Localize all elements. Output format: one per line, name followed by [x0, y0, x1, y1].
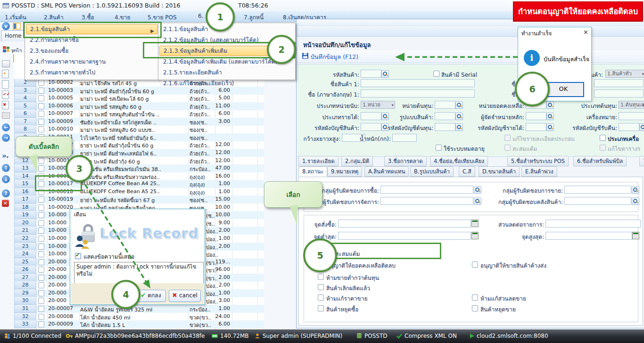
row-checkbox[interactable] [38, 204, 44, 211]
form-checkbox[interactable] [504, 145, 511, 151]
field-input[interactable] [361, 79, 475, 87]
field-input[interactable] [594, 79, 644, 87]
form-checkbox[interactable] [504, 135, 511, 141]
tab-8.สถานะ[interactable]: 8.สถานะ [298, 166, 327, 177]
tab-C.สี[interactable]: C.สี [459, 166, 475, 177]
status-checkbox[interactable] [318, 284, 324, 290]
tab-B.รูปแบบสินค้า[interactable]: B.รูปแบบสินค้า [410, 166, 454, 177]
field-input[interactable] [594, 90, 644, 98]
field-input[interactable] [545, 220, 641, 228]
row-checkbox[interactable] [38, 88, 44, 94]
select-records-icon[interactable]: ✔✔ [2, 90, 11, 100]
menubar-item-4[interactable]: 4.ขาย [115, 13, 130, 22]
tab-home[interactable]: Home [1, 30, 25, 41]
field-input[interactable] [392, 134, 417, 142]
row-checkbox[interactable] [38, 275, 44, 281]
search-icon[interactable] [639, 123, 644, 131]
detail-view-icon[interactable] [2, 112, 11, 122]
form-checkbox[interactable] [600, 145, 606, 151]
status-checkbox[interactable] [472, 261, 478, 268]
move-up-icon[interactable]: ↑ [2, 164, 11, 173]
next-icon[interactable]: → [2, 134, 11, 143]
form-checkbox[interactable] [433, 71, 439, 77]
row-checkbox[interactable] [38, 236, 44, 242]
search-icon[interactable] [632, 186, 639, 194]
tab-7.คลัง,พื้นที่เก็บประจำ[interactable]: 7.คลัง,พื้นที่เก็บประจำ [639, 156, 644, 166]
row-checkbox[interactable] [38, 321, 44, 327]
new-record-icon[interactable]: ✶ [2, 70, 11, 79]
row-checkbox[interactable] [38, 95, 44, 101]
field-dropdown[interactable]: 1.สินค้าทั่ว▾ [605, 70, 644, 78]
status-checkbox[interactable] [472, 305, 478, 311]
menu-item-2-1-6[interactable]: 2.1.6.แก้ไขรายละเอียด(เร็ว) [159, 78, 294, 89]
form-checkbox[interactable] [600, 135, 606, 141]
status-checkbox[interactable] [318, 294, 324, 301]
row-checkbox[interactable] [38, 267, 44, 273]
row-checkbox[interactable] [38, 103, 44, 109]
table-row[interactable]: 510-00006มาม่า บะหมี่ รสหมูสับ 60 gถ้วย(… [14, 102, 264, 110]
menubar-item-6[interactable]: 6. [198, 13, 203, 19]
row-checkbox[interactable] [38, 196, 44, 203]
form-checkbox[interactable] [436, 145, 442, 151]
tab-D.ขนาดสินค้า[interactable]: D.ขนาดสินค้า [479, 166, 520, 177]
field-input[interactable] [380, 197, 473, 205]
menu-item-2-4-กำหนดราคาขายมาตรฐาน[interactable]: 2.4.กำหนดราคาขายมาตรฐาน [26, 57, 157, 67]
menu-item-2-5-กำหนดราคาขายทั่วไป[interactable]: 2.5.กำหนดราคาขายทั่วไป [26, 67, 157, 78]
row-checkbox[interactable] [38, 251, 44, 257]
row-checkbox[interactable] [38, 244, 44, 250]
tab-4.ชื่อย่อ,ชื่อเทียบเคียง[interactable]: 4.ชื่อย่อ,ชื่อเทียบเคียง [430, 156, 488, 166]
status-checkbox[interactable] [318, 305, 324, 311]
tab-1.รายละเอียด[interactable]: 1.รายละเอียด [298, 156, 339, 166]
row-checkbox[interactable] [38, 290, 44, 296]
tab-2.กลุ่ม,มิติ[interactable]: 2.กลุ่ม,มิติ [341, 156, 373, 166]
lock-cancel-button[interactable]: ✖cancel [169, 290, 201, 302]
table-row[interactable]: 3220-00008โค้ก น้ำอัดลม 450 mlขวด(ขว..24… [14, 313, 264, 321]
search-icon[interactable] [381, 70, 389, 78]
blank-record-icon[interactable] [2, 80, 11, 90]
save-button[interactable]: บันทึกข้อมูล (F12) [311, 52, 358, 62]
tab-E.สินค้าพ่วง[interactable]: E.สินค้าพ่วง [521, 166, 557, 177]
field-dropdown[interactable]: 1.ต้นทุนเฉลี่▾ [619, 101, 644, 109]
status-checkbox[interactable] [472, 294, 478, 301]
field-input[interactable] [564, 197, 631, 205]
table-row[interactable]: 710-00009ซัมยัง บะหมี่ราเม็ง รสไก่สูตรเผ… [14, 118, 264, 126]
tab-6.ชื่อสำหรับพิมพ์บิล[interactable]: 6.ชื่อสำหรับพิมพ์บิล [573, 156, 627, 166]
tab-5.ชื่อสำหรับระบบ POS[interactable]: 5.ชื่อสำหรับระบบ POS [507, 156, 569, 166]
move-down-icon[interactable]: ↓ [2, 175, 11, 185]
table-row[interactable]: 3120-00007A&W น้ำอัดลม รูทเบียร์ 325 mlก… [14, 305, 264, 313]
menubar-item-7[interactable]: 7.ลูกหนี้ [244, 13, 264, 22]
field-input[interactable] [380, 186, 473, 194]
tab-3.ชื่อการตลาด[interactable]: 3.ชื่อการตลาด [384, 156, 427, 166]
table-row[interactable]: 1310-000คาร์เนชั่น ครีมเทียมพร่องไขมัน 3… [14, 164, 264, 172]
row-checkbox[interactable] [38, 314, 44, 320]
row-checkbox[interactable] [38, 111, 44, 117]
calculator-icon[interactable] [632, 232, 639, 239]
field-input[interactable] [564, 186, 631, 194]
menubar-item-5[interactable]: 5.ขาย POS [148, 13, 177, 22]
row-checkbox[interactable] [38, 228, 44, 234]
field-input[interactable] [619, 123, 639, 131]
table-row[interactable]: 410-00005มาม่า บะหมี่ รสเป็ดพะโล้ 60 gถ้… [14, 94, 264, 102]
row-checkbox[interactable] [38, 220, 44, 226]
field-input[interactable] [545, 232, 632, 240]
menubar-item-3[interactable]: 3.ซื้อ [82, 13, 94, 22]
tab-A.สินค้าทดแทน[interactable]: A.สินค้าทดแทน [364, 166, 409, 177]
layout-icon[interactable] [13, 23, 21, 30]
search-icon[interactable] [632, 197, 639, 205]
row-checkbox[interactable] [38, 80, 44, 86]
always-show-checkbox[interactable]: ✔ [75, 253, 81, 259]
status-checkbox[interactable] [318, 274, 324, 280]
menubar-item-2[interactable]: 2.สินค้า [44, 13, 64, 22]
row-checkbox[interactable] [38, 298, 44, 304]
row-checkbox[interactable] [38, 126, 44, 132]
table-row[interactable]: 810-00010มาม่า บะหมี่ รสหมูสับ 60 แบบซ..… [14, 125, 264, 133]
field-input[interactable] [619, 112, 644, 120]
table-row[interactable]: 3320-00009โค้ก น้ำอัดลม 1.5 Lขวด(ขว..6.0… [14, 320, 264, 328]
scheduler-icon[interactable]: v [2, 22, 10, 30]
table-row[interactable]: 1710-00019ยาย่า บะหมี่แห้ง รสผัดขี้เมา 6… [14, 196, 264, 204]
row-checkbox[interactable] [38, 282, 44, 288]
row-checkbox[interactable] [38, 212, 44, 218]
previous-icon[interactable]: ← [2, 123, 11, 133]
field-input[interactable] [361, 70, 381, 78]
close-window-icon[interactable]: ✕ [2, 200, 11, 209]
